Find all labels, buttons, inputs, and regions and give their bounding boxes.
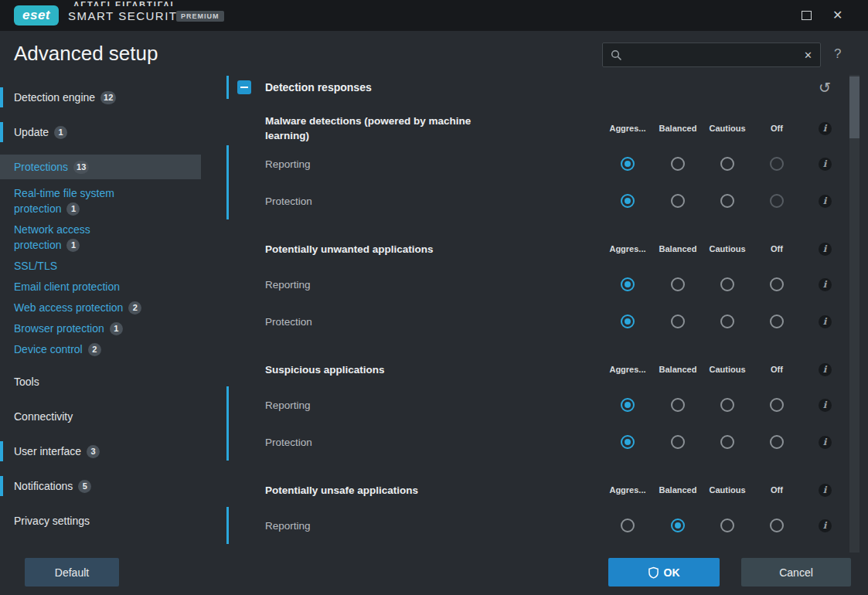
radio-aggres-reporting[interactable] — [621, 277, 635, 291]
sidebar-item-connectivity[interactable]: Connectivity — [0, 404, 201, 429]
radio-aggres-protection[interactable] — [621, 194, 635, 208]
sidebar-item-label: Web access protection — [14, 301, 123, 314]
search-box[interactable]: ✕ — [602, 42, 821, 67]
radio-balanced-protection[interactable] — [671, 194, 685, 208]
sidebar-item-label: Detection engine — [14, 91, 95, 104]
accent-bar — [0, 122, 3, 142]
settings-row-suspicious-applications-reporting: Reportingi — [226, 386, 849, 423]
scrollbar-thumb[interactable] — [849, 76, 859, 138]
row-label: Protection — [265, 303, 312, 340]
column-header-cautious: Cautious — [703, 232, 752, 266]
radio-aggres-reporting[interactable] — [621, 398, 635, 412]
sidebar-item-notifications[interactable]: Notifications5 — [0, 474, 201, 498]
radio-cautious-protection[interactable] — [720, 194, 734, 208]
sidebar-item-detection-engine[interactable]: Detection engine12 — [0, 85, 201, 110]
scrollbar-track[interactable] — [849, 75, 859, 552]
cancel-button-label: Cancel — [779, 566, 813, 579]
radio-off-reporting[interactable] — [770, 277, 784, 291]
sidebar-item-network-access-protection[interactable]: Network accessprotection1 — [0, 219, 201, 256]
sidebar-item-tools[interactable]: Tools — [0, 369, 201, 394]
cancel-button[interactable]: Cancel — [741, 558, 851, 586]
info-icon[interactable]: i — [819, 363, 832, 376]
radio-cautious-reporting[interactable] — [720, 157, 734, 171]
badge: 1 — [66, 202, 80, 216]
search-clear-icon[interactable]: ✕ — [804, 49, 812, 61]
radio-off-protection[interactable] — [770, 314, 784, 328]
ok-button[interactable]: OK — [608, 558, 720, 586]
radio-cautious-reporting[interactable] — [720, 398, 734, 412]
sidebar-item-user-interface[interactable]: User interface3 — [0, 439, 201, 464]
column-header-off: Off — [752, 473, 802, 507]
sidebar-item-protections[interactable]: Protections13 — [0, 155, 201, 179]
radio-balanced-reporting[interactable] — [671, 518, 685, 532]
radio-balanced-reporting[interactable] — [671, 398, 685, 412]
settings-group-suspicious-applications: Suspicious applicationsAggres...Balanced… — [226, 352, 849, 461]
radio-cautious-protection[interactable] — [720, 435, 734, 449]
settings-row-malware-detections-powered-by-machine-learning-protection: Protectioni — [226, 182, 849, 219]
radio-balanced-reporting[interactable] — [671, 157, 685, 171]
info-cell: i — [803, 352, 846, 386]
info-icon[interactable]: i — [819, 519, 832, 532]
info-icon[interactable]: i — [819, 243, 832, 256]
help-icon[interactable]: ? — [834, 46, 841, 62]
info-cell: i — [803, 111, 846, 145]
column-header-aggres: Aggres... — [603, 352, 652, 386]
sidebar-item-update[interactable]: Update1 — [0, 120, 201, 144]
radio-balanced-protection[interactable] — [671, 314, 685, 328]
radio-off-reporting[interactable] — [770, 398, 784, 412]
radio-aggres-reporting[interactable] — [621, 157, 635, 171]
sidebar-item-label: Connectivity — [14, 410, 73, 423]
radio-cell — [603, 182, 652, 219]
radio-cell — [752, 507, 802, 544]
info-cell: i — [803, 145, 846, 182]
radio-cautious-reporting[interactable] — [720, 277, 734, 291]
radio-aggres-reporting[interactable] — [621, 518, 635, 532]
info-icon[interactable]: i — [819, 436, 832, 449]
undo-icon[interactable]: ↺ — [819, 79, 831, 96]
sidebar-item-privacy-settings[interactable]: Privacy settings — [0, 508, 201, 533]
column-header-off: Off — [752, 111, 802, 145]
info-icon[interactable]: i — [819, 158, 832, 171]
collapse-icon[interactable] — [237, 80, 251, 94]
accent-bar — [0, 441, 3, 461]
settings-group-malware-detections-powered-by-machine-learning: Malware detections (powered by machine l… — [226, 111, 849, 219]
info-cell: i — [803, 386, 846, 423]
default-button[interactable]: Default — [25, 558, 119, 586]
sidebar-item-label: SSL/TLS — [14, 260, 57, 272]
radio-cautious-protection[interactable] — [720, 314, 734, 328]
maximize-button[interactable] — [802, 11, 812, 20]
search-input[interactable] — [628, 49, 798, 61]
settings-groups: Malware detections (powered by machine l… — [226, 111, 849, 544]
radio-off-reporting[interactable] — [770, 518, 784, 532]
sidebar-item-email-client-protection[interactable]: Email client protection — [0, 277, 201, 298]
radio-cautious-reporting[interactable] — [720, 518, 734, 532]
undo-cell: ↺ — [803, 77, 846, 97]
radio-cell — [752, 303, 802, 340]
sidebar-item-label: User interface — [14, 445, 81, 457]
sidebar-item-device-control[interactable]: Device control2 — [0, 339, 201, 360]
group-header: Suspicious applicationsAggres...Balanced… — [226, 352, 849, 386]
radio-off-protection[interactable] — [770, 435, 784, 449]
sidebar-item-browser-protection[interactable]: Browser protection1 — [0, 318, 201, 339]
radio-off-reporting[interactable] — [770, 157, 784, 171]
radio-aggres-protection[interactable] — [621, 435, 635, 449]
sidebar-item-real-time-file-system-protection[interactable]: Real-time file systemprotection1 — [0, 183, 201, 219]
radio-aggres-protection[interactable] — [621, 314, 635, 328]
badge: 2 — [128, 301, 141, 314]
close-button[interactable]: ✕ — [832, 8, 842, 23]
info-icon[interactable]: i — [819, 399, 832, 412]
radio-cell — [653, 386, 703, 423]
sidebar-item-web-access-protection[interactable]: Web access protection2 — [0, 298, 201, 318]
info-icon[interactable]: i — [819, 195, 832, 208]
column-header-cautious: Cautious — [703, 111, 752, 145]
radio-cell — [752, 423, 802, 461]
info-icon[interactable]: i — [819, 122, 832, 135]
radio-off-protection[interactable] — [770, 194, 784, 208]
radio-balanced-reporting[interactable] — [671, 277, 685, 291]
info-icon[interactable]: i — [819, 315, 832, 328]
radio-balanced-protection[interactable] — [671, 435, 685, 449]
info-icon[interactable]: i — [819, 278, 832, 291]
sidebar-item-ssl-tls[interactable]: SSL/TLS — [0, 256, 201, 277]
row-label: Reporting — [265, 145, 311, 182]
info-icon[interactable]: i — [819, 484, 832, 497]
